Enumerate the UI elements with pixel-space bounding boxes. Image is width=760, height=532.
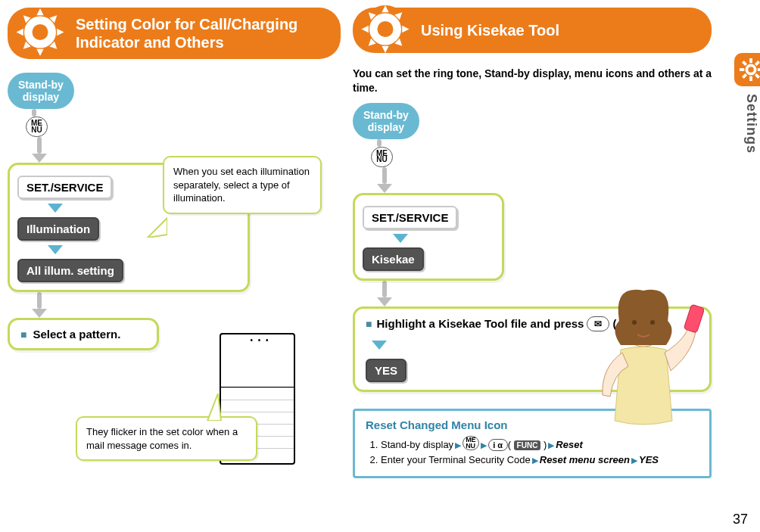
gear-icon [14, 6, 67, 61]
svg-marker-12 [148, 218, 167, 238]
section-header-right: Using Kisekae Tool [353, 8, 712, 53]
reset-step-2: Enter your Terminal Security Code▶Reset … [381, 454, 699, 465]
instruction-text-a: Highlight a Kisekae Tool file and press [376, 317, 584, 330]
ir-key-icon: i α [488, 439, 508, 451]
func-badge: FUNC [514, 440, 541, 450]
steps-card-right: SET./SERVICE Kisekae [353, 193, 504, 281]
triangle-icon: ▶ [481, 440, 487, 450]
instruction-select-pattern: ■ Select a pattern. [8, 318, 159, 350]
svg-marker-13 [207, 394, 221, 421]
callout-flicker-note: They flicker in the set color when a mai… [76, 416, 257, 461]
step-illumination: Illumination [17, 217, 99, 241]
callout-text: When you set each illumination separatel… [173, 166, 310, 204]
callout-illumination-note: When you set each illumination separatel… [163, 156, 322, 214]
svg-point-0 [746, 65, 755, 73]
menu-button-icon: ME NU [371, 147, 393, 167]
callout-text: They flicker in the set color when a mai… [86, 426, 238, 451]
reset-yes: YES [639, 454, 659, 465]
standby-pill: Stand-by display [8, 73, 74, 109]
triangle-icon: ▶ [532, 456, 538, 465]
menu-button-icon: ME NU [26, 117, 48, 137]
triangle-icon: ▶ [548, 440, 554, 450]
gear-icon [359, 3, 412, 58]
bullet-icon: ■ [366, 318, 372, 330]
page-number: 37 [733, 512, 748, 527]
bullet-icon: ■ [20, 328, 26, 341]
svg-point-18 [632, 320, 637, 325]
step-all-illum: All illum. setting [17, 259, 123, 282]
standby-pill: Stand-by display [353, 103, 419, 139]
step-set-service: SET./SERVICE [363, 206, 457, 229]
triangle-icon: ▶ [631, 456, 637, 465]
svg-point-16 [378, 21, 394, 37]
person-illustration [583, 277, 704, 443]
section-title-right: Using Kisekae Tool [421, 21, 559, 39]
step-yes: YES [366, 359, 406, 382]
callout-tail-icon [146, 215, 167, 238]
triangle-icon: ▶ [455, 440, 461, 450]
svg-rect-20 [684, 304, 704, 333]
reset-label: Reset [556, 439, 582, 450]
right-column: Using Kisekae Tool You can set the ring … [353, 8, 745, 478]
svg-point-11 [33, 24, 48, 40]
led-indicator: • • • [250, 336, 269, 344]
reset-menu-screen: Reset menu screen [540, 454, 630, 465]
menu-button-icon: ME NU [463, 436, 479, 450]
step-kisekae: Kisekae [363, 247, 424, 271]
section-title-left: Setting Color for Call/Charging Indicato… [76, 15, 325, 51]
svg-line-7 [755, 61, 758, 64]
side-tab-label: Settings [743, 94, 759, 154]
lead-text: You can set the ring tone, Stand-by disp… [353, 67, 712, 95]
svg-line-6 [755, 74, 758, 77]
callout-tail-icon [203, 392, 226, 421]
svg-point-19 [650, 320, 655, 325]
section-header-left: Setting Color for Call/Charging Indicato… [8, 8, 341, 59]
step-set-service: SET./SERVICE [17, 176, 112, 199]
left-column: Setting Color for Call/Charging Indicato… [8, 8, 341, 478]
instruction-text: Select a pattern. [33, 328, 120, 341]
